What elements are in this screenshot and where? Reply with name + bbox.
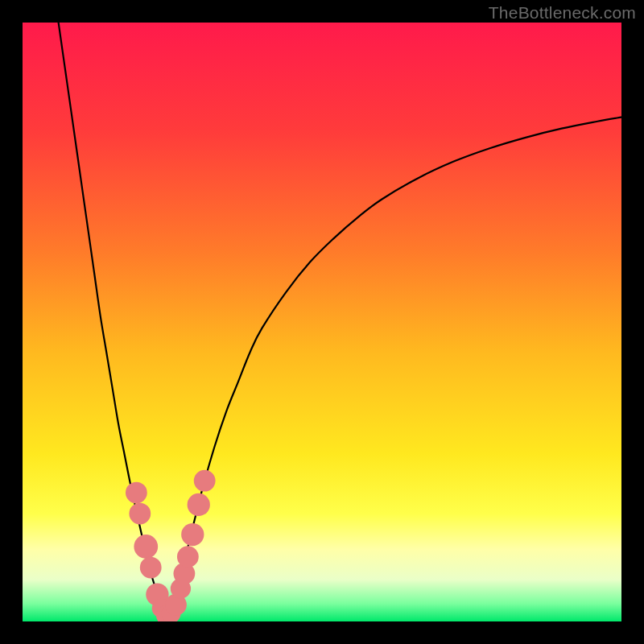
bottleneck-chart	[23, 23, 621, 621]
data-point	[140, 557, 162, 579]
plot-area	[23, 23, 621, 621]
attribution-text: TheBottleneck.com	[489, 3, 636, 23]
data-point	[129, 503, 151, 525]
data-point	[126, 482, 147, 504]
chart-frame: TheBottleneck.com	[0, 0, 644, 644]
gradient-background	[23, 23, 621, 621]
data-point	[188, 493, 210, 516]
data-point	[194, 470, 216, 492]
data-point	[181, 523, 204, 546]
data-point	[177, 546, 199, 568]
data-point	[134, 535, 158, 559]
